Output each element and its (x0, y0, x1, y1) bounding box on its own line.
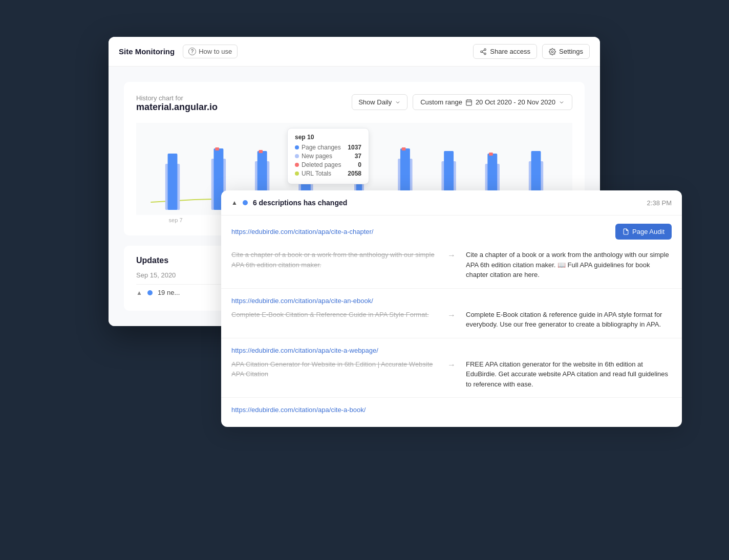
url-new-text-1: Cite a chapter of a book or a work from … (466, 250, 672, 280)
deleted-pages-value: 0 (358, 161, 361, 168)
url-totals-dot (295, 171, 299, 176)
tooltip-row-new-pages: New pages 37 (295, 153, 361, 160)
deleted-pages-dot (295, 163, 299, 167)
url-item-4: https://edubirdie.com/citation/apa/cite-… (221, 398, 682, 427)
svg-rect-31 (489, 153, 493, 156)
chart-tooltip: sep 10 Page changes 1037 New pages (287, 128, 369, 184)
tooltip-label-deleted-pages: Deleted pages (295, 161, 341, 168)
new-pages-dot (295, 154, 299, 158)
tooltip-label-url-totals: URL Totals (295, 170, 331, 177)
overlay-header-title: 6 descriptions has changed (253, 199, 347, 207)
calendar-icon (465, 99, 473, 106)
file-icon (623, 228, 629, 235)
svg-line-3 (482, 52, 484, 53)
arrow-icon-2: → (447, 311, 456, 320)
svg-rect-6 (466, 100, 472, 105)
collapse-toggle-icon[interactable]: ▲ (231, 199, 238, 206)
chart-title-area: History chart for material.angular.io (136, 94, 218, 113)
url-item-1-top: https://edubirdie.com/citation/apa/cite-… (231, 224, 672, 245)
chart-subtitle: History chart for (136, 94, 218, 102)
url-new-text-2: Complete E-Book citation & reference gui… (466, 310, 672, 330)
tooltip-label-page-changes: Page changes (295, 144, 341, 151)
page-changes-value: 1037 (348, 144, 361, 151)
svg-point-2 (484, 53, 486, 55)
svg-point-5 (551, 51, 553, 53)
overlay-header-left: ▲ 6 descriptions has changed (231, 199, 347, 207)
tooltip-row-url-totals: URL Totals 2058 (295, 170, 361, 177)
top-nav: Site Monitoring ? How to use Share acces… (109, 37, 600, 67)
arrow-icon-3: → (447, 360, 456, 370)
url-totals-value: 2058 (348, 170, 361, 177)
url-item-3: https://edubirdie.com/citation/apa/cite-… (221, 338, 682, 398)
url-content-row-1: Cite a chapter of a book or a work from … (231, 250, 672, 280)
svg-rect-12 (168, 154, 178, 210)
svg-rect-26 (402, 147, 406, 150)
arrow-icon-1: → (447, 251, 456, 260)
url-old-text-1: Cite a chapter of a book or a work from … (231, 250, 437, 270)
update-dot (147, 290, 153, 295)
deleted-pages-label: Deleted pages (302, 161, 341, 168)
chart-controls: Show Daily Custom range 20 Oct 2020 - 20… (352, 94, 572, 110)
settings-label: Settings (559, 48, 583, 55)
collapse-icon[interactable]: ▲ (136, 289, 142, 296)
url-new-text-3: FREE APA citation generator for the webs… (466, 359, 672, 390)
overlay-header: ▲ 6 descriptions has changed 2:38 PM (221, 190, 682, 216)
update-text: 19 ne... (158, 289, 180, 296)
url-link-2[interactable]: https://edubirdie.com/citation/apa/cite-… (231, 297, 672, 305)
url-link-3[interactable]: https://edubirdie.com/citation/apa/cite-… (231, 347, 672, 354)
overlay-header-time: 2:38 PM (647, 199, 672, 207)
share-access-button[interactable]: Share access (473, 44, 537, 59)
page-changes-dot (295, 145, 299, 149)
page-changes-label: Page changes (302, 144, 341, 151)
app-title: Site Monitoring (119, 47, 175, 56)
url-item-1: https://edubirdie.com/citation/apa/cite-… (221, 216, 682, 289)
tooltip-row-deleted-pages: Deleted pages 0 (295, 161, 361, 168)
settings-button[interactable]: Settings (542, 44, 590, 59)
x-label-1: sep 7 (169, 217, 183, 223)
date-range-dropdown[interactable]: Custom range 20 Oct 2020 - 20 Nov 2020 (413, 94, 572, 110)
svg-point-0 (484, 49, 486, 51)
nav-right: Share access Settings (473, 44, 590, 59)
url-content-row-3: APA Citation Generator for Website in 6t… (231, 359, 672, 390)
show-daily-label: Show Daily (358, 98, 392, 106)
new-pages-value: 37 (355, 153, 361, 160)
url-old-text-2: Complete E-Book Citation & Reference Gui… (231, 310, 437, 320)
settings-icon (549, 48, 556, 55)
svg-point-1 (481, 51, 483, 53)
share-access-label: Share access (490, 48, 530, 55)
show-daily-dropdown[interactable]: Show Daily (352, 94, 408, 110)
share-icon (480, 48, 487, 55)
how-to-use-label: How to use (199, 48, 232, 55)
page-audit-label: Page Audit (632, 228, 664, 235)
url-item-2: https://edubirdie.com/citation/apa/cite-… (221, 289, 682, 338)
tooltip-date: sep 10 (295, 134, 361, 141)
url-link-4[interactable]: https://edubirdie.com/citation/apa/cite-… (231, 406, 672, 414)
nav-left: Site Monitoring ? How to use (119, 45, 238, 58)
svg-rect-15 (215, 147, 219, 150)
chart-header: History chart for material.angular.io Sh… (136, 94, 572, 113)
url-link-1[interactable]: https://edubirdie.com/citation/apa/cite-… (231, 228, 373, 235)
overlay-panel: ▲ 6 descriptions has changed 2:38 PM htt… (221, 190, 682, 427)
chevron-down-icon-2 (559, 99, 565, 105)
date-range-value: 20 Oct 2020 - 20 Nov 2020 (476, 98, 555, 106)
chevron-down-icon (395, 99, 401, 105)
url-totals-label: URL Totals (302, 170, 331, 177)
how-to-use-button[interactable]: ? How to use (183, 45, 238, 58)
page-audit-button[interactable]: Page Audit (615, 224, 672, 240)
header-status-dot (243, 200, 248, 205)
svg-line-4 (482, 50, 484, 51)
tooltip-row-page-changes: Page changes 1037 (295, 144, 361, 151)
url-old-text-3: APA Citation Generator for Website in 6t… (231, 359, 437, 379)
new-pages-label: New pages (302, 153, 332, 160)
chart-domain: material.angular.io (136, 102, 218, 113)
svg-rect-18 (259, 150, 263, 153)
help-icon: ? (188, 48, 196, 55)
tooltip-label-new-pages: New pages (295, 153, 332, 160)
url-content-row-2: Complete E-Book Citation & Reference Gui… (231, 310, 672, 330)
custom-range-label: Custom range (420, 98, 462, 106)
